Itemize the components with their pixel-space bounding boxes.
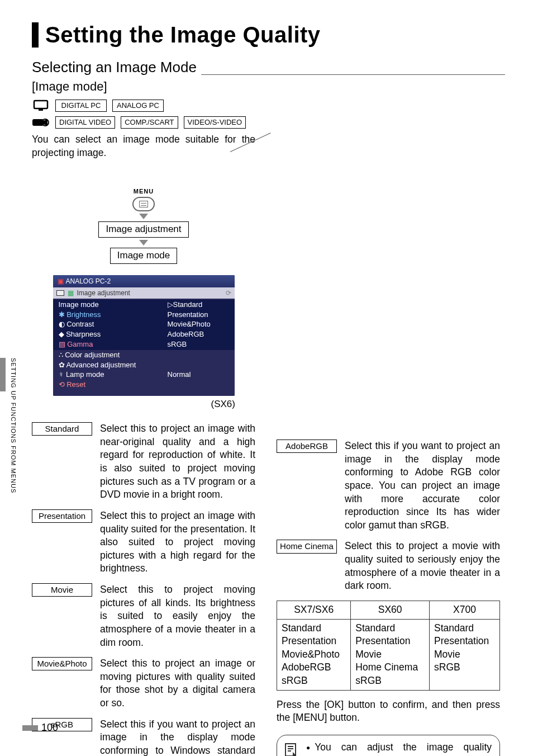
content-columns: DIGITAL PC ANALOG PC DIGITAL VIDEO COMP.… <box>32 98 505 756</box>
tag-comp-scart: COMP./SCART <box>121 116 178 129</box>
table-header: SX7/SX6 <box>277 601 351 619</box>
menu-tab-label: Image adjustment <box>77 289 130 297</box>
menu-item-val: Normal <box>168 370 229 380</box>
table-cell-value: Standard <box>355 622 425 635</box>
flow-step-1: Image adjustment <box>98 221 188 238</box>
menu-header: ▣ANALOG PC-2 <box>53 275 235 287</box>
table-cell-value: sRGB <box>355 674 425 688</box>
note-list: You can adjust the image quality (bright… <box>306 741 492 756</box>
note-item: You can adjust the image quality (bright… <box>306 741 492 756</box>
mode-label: Presentation <box>32 509 92 523</box>
page-number: 100 <box>22 722 58 734</box>
menu-item-key: ∴ Color adjustment <box>59 350 229 360</box>
mode-entry: Home CinemaSelect this to project a movi… <box>277 540 500 593</box>
mode-description: Select this to project an image with qua… <box>100 509 255 575</box>
video-tag-row: DIGITAL VIDEO COMP./SCART VIDEO/S-VIDEO <box>32 115 255 130</box>
mode-entry: MovieSelect this to project moving pictu… <box>32 583 255 649</box>
table-cell-value: Movie <box>355 648 425 662</box>
menu-item-key: Image mode <box>59 300 168 310</box>
menu-button-icon <box>132 197 155 211</box>
menu-item-key: ♀ Lamp mode <box>59 370 168 380</box>
table-header: X700 <box>430 601 500 619</box>
mode-description: Select this if you want to project an im… <box>100 718 255 756</box>
mode-list-right: AdobeRGBSelect this if you want to proje… <box>277 440 500 593</box>
video-camera-icon <box>32 115 50 130</box>
menu-body: Image mode ▷Standard ✱ BrightnessPresent… <box>53 299 235 396</box>
title-bar: Setting the Image Quality <box>32 22 505 48</box>
table-cell-value: Movie <box>434 648 495 662</box>
svg-rect-1 <box>39 109 43 111</box>
tag-digital-video: DIGITAL VIDEO <box>55 116 115 129</box>
table-cell-value: Home Cinema <box>355 661 425 674</box>
mode-entry: sRGBSelect this if you want to project a… <box>32 718 255 756</box>
table-cell-value: Standard <box>282 622 346 635</box>
arrow-down-icon <box>139 214 148 219</box>
table-cell-value: sRGB <box>282 674 346 688</box>
screenshot-caption: (SX6) <box>32 398 235 411</box>
right-column: AdobeRGBSelect this if you want to proje… <box>277 98 500 756</box>
tab-icon <box>56 290 64 296</box>
table-header: SX60 <box>351 601 430 619</box>
menu-flow: MENU Image adjustment Image mode <box>88 187 199 264</box>
tag-video-svideo: VIDEO/S-VIDEO <box>184 116 246 129</box>
menu-sub-option: AdobeRGB <box>168 329 229 339</box>
table-cell-value: sRGB <box>434 661 495 674</box>
table-cell-value: Presentation <box>355 635 425 648</box>
side-tab-bar <box>0 358 6 391</box>
menu-tabs: ▦ Image adjustment ⟳ <box>53 287 235 299</box>
pc-tag-row: DIGITAL PC ANALOG PC <box>32 98 255 113</box>
svg-rect-0 <box>34 101 47 108</box>
mode-label: Home Cinema <box>277 540 337 553</box>
note-text: You can adjust the image quality (bright… <box>315 741 492 756</box>
menu-item-key: ⟲ Reset <box>59 380 229 390</box>
tab-scroll-icon: ⟳ <box>226 289 231 297</box>
flow-step-2: Image mode <box>110 248 178 264</box>
intro-text: You can select an image mode suitable fo… <box>32 133 255 159</box>
monitor-icon <box>32 98 50 113</box>
mode-description: Select this if you want to project an im… <box>345 440 500 532</box>
menu-sub-option: sRGB <box>168 339 229 349</box>
note-box: You can adjust the image quality (bright… <box>277 735 500 756</box>
mode-label: Movie&Photo <box>32 657 92 670</box>
table-cell-value: Presentation <box>282 635 346 648</box>
side-tab: SETTING UP FUNCTIONS FROM MENUS <box>0 358 12 503</box>
note-icon <box>283 742 299 756</box>
table-cell-value: Standard <box>434 622 495 635</box>
side-tab-text: SETTING UP FUNCTIONS FROM MENUS <box>10 358 16 493</box>
menu-item-key: ◐ Contrast <box>59 319 168 329</box>
subsection-label: [Image mode] <box>32 79 505 94</box>
menu-sub-option: Movie&Photo <box>168 319 229 329</box>
subsection-heading: Selecting an Image Mode [Image mode] <box>32 58 505 94</box>
subsection-title: Selecting an Image Mode <box>32 58 202 77</box>
menu-screenshot: ▣ANALOG PC-2 ▦ Image adjustment ⟳ Image … <box>53 275 235 396</box>
menu-item-key: ▧ Gamma <box>59 339 168 349</box>
mode-list-left: StandardSelect this to project an image … <box>32 422 255 756</box>
table-cell-value: Presentation <box>434 635 495 648</box>
table-cell: StandardPresentationMovie&PhotoAdobeRGBs… <box>277 619 351 690</box>
mode-description: Select this to project an image or movin… <box>100 657 255 710</box>
table-cell-value: Movie&Photo <box>282 648 346 662</box>
table-cell-value: AdobeRGB <box>282 661 346 674</box>
page: Setting the Image Quality Selecting an I… <box>0 0 533 756</box>
left-column: DIGITAL PC ANALOG PC DIGITAL VIDEO COMP.… <box>32 98 255 756</box>
menu-label: MENU <box>88 187 199 196</box>
model-table: SX7/SX6SX60X700 StandardPresentationMovi… <box>277 601 500 691</box>
tag-analog-pc: ANALOG PC <box>112 100 164 112</box>
table-cell: StandardPresentationMovieHome CinemasRGB <box>351 619 430 690</box>
mode-description: Select this to project moving pictures o… <box>100 583 255 649</box>
mode-label: Standard <box>32 422 92 436</box>
menu-header-text: ANALOG PC-2 <box>66 277 111 285</box>
mode-description: Select this to project an image with nea… <box>100 422 255 502</box>
mode-entry: PresentationSelect this to project an im… <box>32 509 255 575</box>
menu-item-key: ✱ Brightness <box>59 310 168 320</box>
mode-label: Movie <box>32 583 92 597</box>
menu-sub-option: Presentation <box>168 310 229 320</box>
press-instruction: Press the [OK] button to confirm, and th… <box>277 698 500 725</box>
menu-item-key: ✿ Advanced adjustment <box>59 360 229 370</box>
mode-entry: AdobeRGBSelect this if you want to proje… <box>277 440 500 532</box>
page-title: Setting the Image Quality <box>45 22 505 48</box>
arrow-down-icon <box>139 240 148 245</box>
menu-item-key: ◆ Sharpness <box>59 329 168 339</box>
page-number-bar <box>22 725 38 731</box>
mode-entry: Movie&PhotoSelect this to project an ima… <box>32 657 255 710</box>
